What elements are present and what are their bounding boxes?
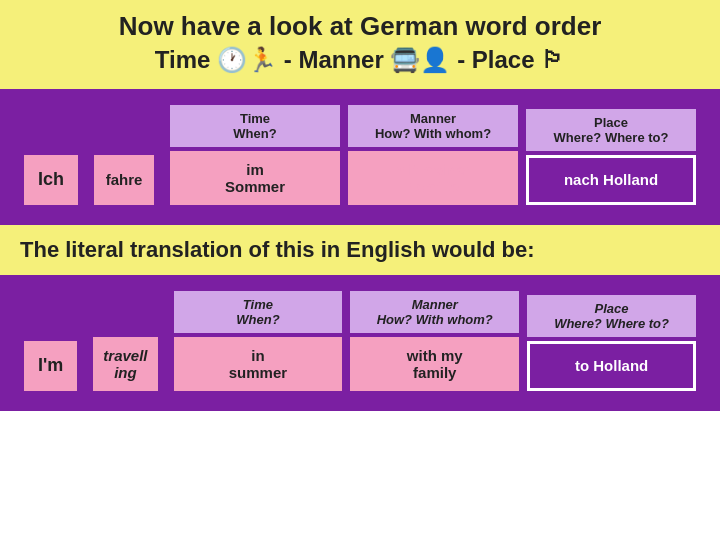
manner-icons: 🚍👤	[390, 46, 457, 73]
manner-underline: er	[457, 161, 471, 178]
place-data-1: nach Holland	[526, 155, 696, 205]
time-column-1: Time When? im Sommer	[170, 105, 340, 205]
middle-yellow-section: The literal translation of this in Engli…	[0, 225, 720, 275]
german-sentence-row: Ich fahre Time When? im Sommer Manner Ho…	[24, 105, 696, 205]
time-data-2: in summer	[174, 337, 343, 391]
verb-cell-2: travelling	[93, 309, 157, 391]
middle-title: The literal translation of this in Engli…	[20, 237, 700, 263]
subject-cell-2: I'm	[24, 313, 77, 391]
place-column-1: Place Where? Where to? nach Holland	[526, 109, 696, 205]
manner-text-1: mit meinerFamilie	[395, 161, 471, 195]
verb-cell-1: fahre	[94, 127, 154, 205]
top-title-line1: Now have a look at German word order	[20, 10, 700, 44]
english-sentence-row: I'm travelling Time When? in summer Mann…	[24, 291, 696, 391]
time-icons: 🕐🏃	[217, 46, 284, 73]
manner-header-1: Manner How? With whom?	[348, 105, 518, 147]
place-data-2: to Holland	[527, 341, 696, 391]
subject-value-1: Ich	[24, 155, 78, 205]
subject-value-2: I'm	[24, 341, 77, 391]
time-header-1: Time When?	[170, 105, 340, 147]
verb-value-2: travelling	[93, 337, 157, 391]
manner-data-2: with my family	[350, 337, 519, 391]
manner-header-2: Manner How? With whom?	[350, 291, 519, 333]
time-header-2: Time When?	[174, 291, 343, 333]
purple-section-2: I'm travelling Time When? in summer Mann…	[0, 275, 720, 411]
top-section: Now have a look at German word order Tim…	[0, 0, 720, 89]
place-header-2: Place Where? Where to?	[527, 295, 696, 337]
time-column-2: Time When? in summer	[174, 291, 343, 391]
purple-section-1: Ich fahre Time When? im Sommer Manner Ho…	[0, 89, 720, 225]
manner-dash: - Manner	[284, 46, 391, 73]
verb-value-1: fahre	[94, 155, 154, 205]
place-column-2: Place Where? Where to? to Holland	[527, 295, 696, 391]
manner-column-2: Manner How? With whom? with my family	[350, 291, 519, 391]
subject-cell-1: Ich	[24, 127, 78, 205]
place-header-1: Place Where? Where to?	[526, 109, 696, 151]
time-data-1: im Sommer	[170, 151, 340, 205]
place-icon: 🏳	[541, 46, 565, 73]
time-label: Time	[155, 46, 211, 73]
top-title-line2: Time 🕐🏃 - Manner 🚍👤 - Place 🏳	[20, 44, 700, 75]
place-dash: - Place	[457, 46, 541, 73]
manner-column-1: Manner How? With whom? mit meinerFamilie	[348, 105, 518, 205]
manner-data-1: mit meinerFamilie	[348, 151, 518, 205]
